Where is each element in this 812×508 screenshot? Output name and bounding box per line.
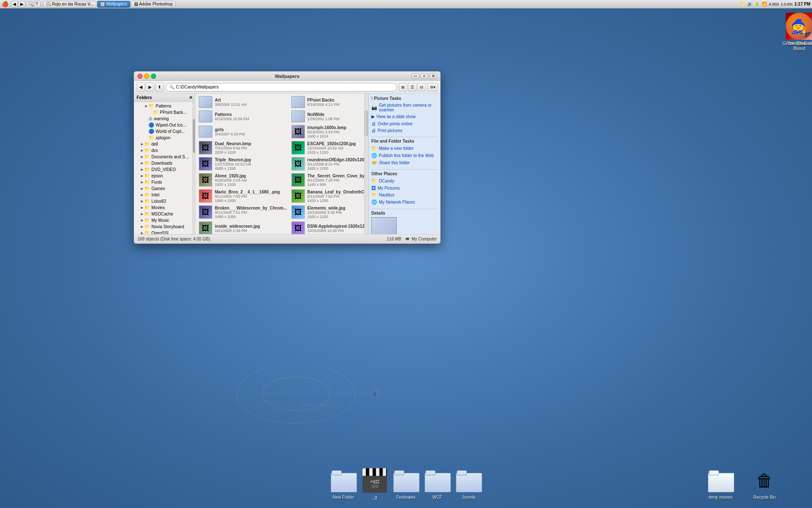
dock-item-new-folder[interactable]: New Folder — [330, 467, 357, 500]
file-item-banana-leaf[interactable]: 🖼 Banana_Leaf_by_OrodrethC.jpg 9/11/2005… — [290, 188, 364, 204]
taskbar-nav-forward[interactable]: ▶ — [19, 1, 25, 8]
icon-view-btn[interactable]: ⊞ — [399, 83, 407, 91]
folder-item-patterns[interactable]: ▶ 📁 Patterns — [134, 103, 192, 109]
file-item-alone[interactable]: 🖼 Alone_1920.jpg 8/18/2005 2:03 AM 1920 … — [197, 172, 289, 188]
file-item-art[interactable]: Art 3/8/2006 12:01 AM — [197, 95, 289, 109]
desktop-icon-grimm[interactable]: 🧙 Grimm on Crack — [780, 13, 812, 46]
my-network-places-link[interactable]: 🌐 My Network Places — [371, 199, 438, 205]
dock-item-g[interactable]: 🎬 _g — [361, 467, 388, 500]
slideshow-link[interactable]: ▶ View as a slide show — [371, 113, 438, 120]
folder-item-intel[interactable]: ▶ 📁 Intel — [134, 192, 192, 198]
joomla-dock-label: Joomla — [462, 495, 475, 500]
image-thumbnail: 🖼 — [199, 141, 212, 155]
order-prints-link[interactable]: 🖨 Order prints online — [371, 121, 438, 127]
view-toggle-btn-2[interactable]: ≡ — [420, 73, 428, 79]
folder-item-downloads[interactable]: ▶ 📁 Downloads — [134, 160, 192, 166]
folder-item-lxlox83[interactable]: ▶ 📁 Lxlox83 — [134, 198, 192, 204]
file-item-girls[interactable]: girls 3/4/2007 6:18 PM — [197, 124, 289, 139]
dock-item-wcf[interactable]: WCF — [424, 467, 451, 500]
file-scroll-thumb[interactable] — [365, 110, 368, 136]
list-view-btn[interactable]: ☰ — [408, 83, 417, 91]
cpu-indicator: 4.05G — [769, 2, 779, 6]
print-pictures-link[interactable]: 🖨 Print pictures — [371, 127, 438, 133]
recycle-bin-label: Recycle Bin — [754, 495, 776, 500]
file-item-escape[interactable]: 🖼 ESCAPE_1920x1200.jpg 12/16/2004 10:52 … — [290, 140, 364, 155]
dock-item-joomla[interactable]: Joomla — [455, 467, 482, 500]
folder-item-dvd-video[interactable]: ▶ 📁 DVD_VIDEO — [134, 166, 192, 173]
dock-item-temp-movies[interactable]: temp movies — [707, 467, 734, 500]
maximize-button[interactable] — [151, 74, 156, 79]
folder-item-epson[interactable]: ▶ 📁 epson — [134, 173, 192, 179]
camera-icon: 📷 — [371, 105, 377, 110]
folder-item-dell[interactable]: ▶ 📁 dell — [134, 141, 192, 147]
make-new-folder-link[interactable]: 📁 Make a new folder — [371, 145, 438, 152]
publish-folder-link[interactable]: 🌐 Publish this folder to the Web — [371, 152, 438, 159]
folder-item-xplogon[interactable]: 📁 xplogon — [134, 135, 192, 141]
file-item-broken-widescreen[interactable]: 🖼 Broken___Widescreen_by_Chrom... 9/11/2… — [197, 204, 289, 220]
dock-item-recycle-bin[interactable]: 🗑 Recycle Bin — [751, 467, 778, 500]
taskbar-nav-help[interactable]: ? — [34, 1, 41, 8]
taskbar-nav-up[interactable]: 🔍 — [26, 1, 33, 8]
folder-item-msocache[interactable]: ▶ 📁 MSOCache — [134, 211, 192, 217]
folder-item-warning[interactable]: ⚠ warning — [134, 116, 192, 122]
folder-item-wiped-out[interactable]: 🔵 Wiped-Out Ico... — [134, 122, 192, 128]
dcandy-link[interactable]: 📁 DCandy — [371, 178, 438, 184]
file-item-notwide[interactable]: NotWide 1/29/2001 1:08 PM — [290, 110, 364, 123]
folder-item-fonts[interactable]: ▶ 📁 Fonts — [134, 179, 192, 185]
svg-text:Wireless Option?: Wireless Option? — [300, 403, 333, 407]
file-item-ppoint-backs[interactable]: PPoint Backs 6/19/2006 4:11 PM — [290, 95, 364, 109]
folder-item-games[interactable]: ▶ 📁 Games — [134, 185, 192, 192]
file-item-dual-neuron[interactable]: 🖼 Dual_Neuron.bmp 7/31/2004 8:54 PM 3200… — [197, 140, 289, 155]
file-item-triple-neuron[interactable]: 🖼 Triple_Neuron.jpg 12/27/2004 10:52 AM … — [197, 156, 289, 171]
view-toggle-btn-1[interactable]: ▭ — [411, 73, 419, 79]
tab-rojo[interactable]: 🪟 Rojo en las Rocas V... — [43, 1, 96, 8]
nautilus-link[interactable]: 📁 Nautilus — [371, 192, 438, 198]
view-toggle-btn-3[interactable]: ⚙ — [429, 73, 437, 79]
folder-arrow: ▶ — [140, 161, 144, 165]
file-item-elements-wide[interactable]: 🖼 Elements_wide.jpg 10/19/2005 3:30 PM 1… — [290, 204, 364, 220]
file-item-inside-widescreen[interactable]: 🖼 inside_widescreen.jpg 10/1/2005 2:33 P… — [197, 221, 289, 234]
festivales-dock-icon — [392, 467, 420, 494]
settings-button[interactable]: ⚙▾ — [428, 83, 438, 91]
folders-close[interactable]: ✕ — [189, 95, 192, 100]
back-button[interactable]: ◀ — [137, 83, 145, 92]
folder-scroll-thumb[interactable] — [193, 119, 195, 153]
share-folder-link[interactable]: 🤝 Share this folder — [371, 160, 438, 166]
folder-item-dvx[interactable]: ▶ 📁 dvx — [134, 147, 192, 154]
detail-view-btn[interactable]: ⊟ — [417, 83, 426, 91]
folders-tree[interactable]: ▶ 📁 Patterns 📁 PPoint Back... ⚠ — [134, 102, 192, 234]
forward-button[interactable]: ▶ — [146, 83, 154, 92]
tab-wallpapers[interactable]: 🪟 Wallpapers — [97, 1, 130, 8]
address-bar[interactable]: 🔍 C:\DCandy\Wallpapers — [165, 83, 397, 91]
folder-item-openssl[interactable]: ▶ 📁 OpenSSL — [134, 230, 192, 234]
file-item-roundness[interactable]: 🖼 roundnessOfEdge-812x508.jpg 3/11/200… — [290, 156, 364, 171]
file-item-mario[interactable]: 🖼 Mario_Bros_2__4_1__1680_.png 9/11/2005… — [197, 188, 289, 204]
file-item-secret-green-cove[interactable]: 🖼 The_Secret_Green_Cove_by_Sw... 9/11/20… — [290, 172, 364, 188]
folder-scrollbar[interactable] — [192, 102, 195, 234]
minimize-button[interactable] — [144, 74, 149, 79]
folder-item-novia[interactable]: ▶ 📁 Novia Storyboard — [134, 224, 192, 230]
my-computer-button[interactable]: 💻 My Computer — [405, 237, 437, 241]
get-pictures-link[interactable]: 📷 Get pictures from camera or scanner — [371, 102, 438, 113]
tab-photoshop[interactable]: 🖼 Adobe Photoshop — [131, 1, 176, 8]
details-section: Details Wallpapers File Folder Date Modi… — [371, 211, 438, 234]
clapper-top — [362, 468, 387, 476]
folder-item-ppoint[interactable]: 📁 PPoint Back... — [134, 109, 192, 116]
folder-arrow: ▶ — [140, 225, 144, 229]
close-button[interactable] — [137, 74, 143, 79]
folder-item-documents[interactable]: ▶ 📁 Documents and Se... — [134, 154, 192, 160]
file-item-dsw-apple[interactable]: 🖼 DSW-AppleInspired-812x508.jpg 10/31/… — [290, 221, 364, 234]
folder-item-my-music[interactable]: ▶ 📁 My Music — [134, 217, 192, 224]
folder-item-world[interactable]: 🔵 World of Copl... — [134, 128, 192, 135]
taskbar-nav-back[interactable]: ◀ — [11, 1, 18, 8]
file-item-triumph[interactable]: 🖼 triumph-1600x.bmp 5/23/2001 1:24 PM 16… — [290, 124, 364, 139]
apple-menu[interactable]: 🍎 — [2, 1, 8, 8]
folder-item-movies[interactable]: ▶ 📁 Movies — [134, 204, 192, 211]
my-pictures-link[interactable]: 🖼 My Pictures — [371, 185, 438, 191]
file-list[interactable]: Art 3/8/2006 12:01 AM PPoint Backs 6/19/… — [195, 94, 364, 234]
image-thumbnail: 🖼 — [291, 173, 305, 187]
file-scrollbar[interactable] — [364, 94, 368, 234]
file-item-patterns[interactable]: Patterns 8/23/2006 10:56 PM — [197, 110, 289, 123]
folder-up-button[interactable]: ⬆ — [155, 83, 164, 92]
dock-item-festivales[interactable]: Festivales — [392, 467, 420, 500]
